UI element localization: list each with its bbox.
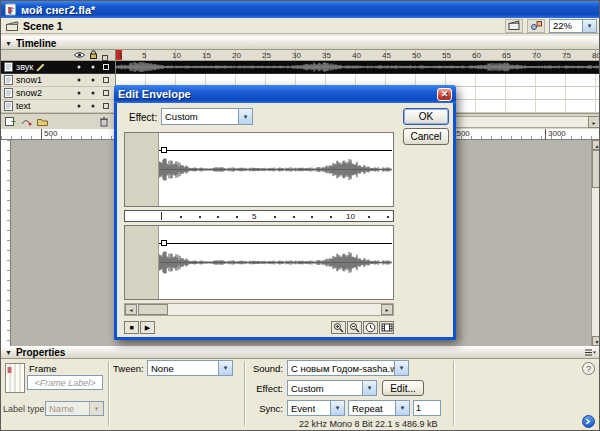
panel-menu-icon[interactable] <box>584 348 597 357</box>
layer-row-text[interactable]: text <box>1 100 115 113</box>
frame-number: 80 <box>592 51 600 60</box>
envelope-channel-left[interactable] <box>124 132 394 207</box>
sound-info-text: 22 kHz Mono 8 Bit 22.1 s 486.9 kB <box>299 419 438 429</box>
close-icon[interactable]: ✕ <box>437 88 452 101</box>
zoom-select[interactable]: 22% ▾ <box>549 19 597 33</box>
layer-outline-swatch[interactable] <box>103 103 109 109</box>
edit-envelope-button[interactable]: Edit... <box>382 380 424 396</box>
frame-number: 35 <box>322 51 331 60</box>
envelope-effect-select[interactable]: Custom ▾ <box>161 108 253 125</box>
effect-label: Effect: <box>245 383 283 394</box>
zoom-out-button[interactable] <box>347 321 362 334</box>
layers-panel: звукsnow1snow2text <box>1 50 116 129</box>
time-label: 10 <box>346 212 355 221</box>
frame-ruler[interactable]: 15101520253035404550556065707580 <box>116 50 600 61</box>
divider <box>108 361 110 426</box>
layer-page-icon <box>4 88 13 98</box>
motion-guide-button[interactable] <box>20 116 32 127</box>
window-titlebar[interactable]: F мой снег2.fla* <box>1 1 600 18</box>
stage-vertical-scrollbar[interactable]: ▴ ▾ <box>591 140 600 346</box>
frame-number: 70 <box>532 51 541 60</box>
effect-select[interactable]: Custom ▾ <box>287 380 377 396</box>
scroll-down-icon[interactable]: ▾ <box>592 336 600 346</box>
layer-outline-swatch[interactable] <box>103 90 109 96</box>
scrollbar-thumb[interactable] <box>592 150 600 188</box>
properties-panel: ▼ Properties Frame Label type: Name ▾ Tw… <box>1 346 600 431</box>
sync-select[interactable]: Event ▾ <box>287 400 345 416</box>
repeat-select[interactable]: Repeat ▾ <box>348 400 410 416</box>
layer-visibility-dot[interactable] <box>78 79 81 82</box>
layer-visibility-dot[interactable] <box>78 66 81 69</box>
add-folder-button[interactable] <box>36 116 49 127</box>
loop-count-input[interactable] <box>413 400 441 416</box>
properties-header[interactable]: ▼ Properties <box>1 346 600 359</box>
collapse-triangle-icon: ▼ <box>5 40 12 47</box>
frame-number: 20 <box>232 51 241 60</box>
waveform <box>159 226 392 299</box>
scene-name[interactable]: Scene 1 <box>23 20 63 32</box>
chevron-down-icon: ▾ <box>394 361 408 375</box>
expand-panel-icon[interactable] <box>582 415 595 428</box>
time-units-button[interactable] <box>363 321 378 334</box>
stop-button[interactable]: ■ <box>124 321 139 334</box>
envelope-channel-right[interactable] <box>124 225 394 300</box>
frame-number: 15 <box>202 51 211 60</box>
edit-envelope-dialog: Edit Envelope ✕ Effect: Custom ▾ OK Canc… <box>114 85 456 340</box>
edit-bar: Scene 1 22% ▾ <box>1 18 600 34</box>
frame-number: 45 <box>382 51 391 60</box>
time-tick <box>161 212 162 220</box>
layer-name: звук <box>16 62 33 72</box>
tween-select[interactable]: None ▾ <box>147 360 233 376</box>
layer-page-icon <box>4 75 13 85</box>
envelope-handle[interactable] <box>161 147 167 153</box>
ruler-label: 500 <box>41 129 57 140</box>
vertical-ruler <box>1 140 11 346</box>
envelope-timebar[interactable]: 510 <box>124 210 394 222</box>
layer-outline-swatch[interactable] <box>103 77 109 83</box>
sound-select[interactable]: С новым Годом-sasha.wav ▾ <box>287 360 409 376</box>
frame-label-input[interactable] <box>27 375 103 390</box>
edit-symbols-button[interactable] <box>527 19 545 33</box>
time-tick <box>274 216 276 218</box>
chevron-down-icon: ▾ <box>238 109 252 124</box>
frame-number: 5 <box>142 51 146 60</box>
layer-lock-dot[interactable] <box>92 79 95 82</box>
layer-row-звук[interactable]: звук <box>1 61 115 74</box>
window-title: мой снег2.fla* <box>21 4 95 16</box>
cancel-button[interactable]: Cancel <box>403 128 449 145</box>
dialog-titlebar[interactable]: Edit Envelope ✕ <box>114 85 456 103</box>
scroll-left-icon[interactable]: ◂ <box>125 304 137 315</box>
frame-units-button[interactable] <box>379 321 394 334</box>
delete-layer-button[interactable] <box>99 116 109 127</box>
time-tick <box>199 216 201 218</box>
layer-row-snow1[interactable]: snow1 <box>1 74 115 87</box>
layer-lock-dot[interactable] <box>92 66 95 69</box>
scroll-right-icon[interactable]: ▸ <box>381 304 393 315</box>
layer-page-icon <box>4 62 13 72</box>
scrollbar-thumb[interactable] <box>138 304 168 315</box>
time-label: 5 <box>252 212 256 221</box>
layer-lock-dot[interactable] <box>92 105 95 108</box>
layer-outline-swatch[interactable] <box>103 64 109 70</box>
label-type-label: Label type: <box>3 404 47 414</box>
play-button[interactable]: ▶ <box>140 321 155 334</box>
layer-lock-dot[interactable] <box>92 92 95 95</box>
frame-row-звук[interactable] <box>116 61 600 74</box>
timeline-title: Timeline <box>16 38 56 49</box>
layer-row-snow2[interactable]: snow2 <box>1 87 115 100</box>
layer-visibility-dot[interactable] <box>78 105 81 108</box>
edit-scene-button[interactable] <box>505 19 523 33</box>
layer-visibility-dot[interactable] <box>78 92 81 95</box>
zoom-in-button[interactable] <box>331 321 346 334</box>
frame-heading: Frame <box>29 363 56 374</box>
envelope-scrollbar[interactable]: ◂ ▸ <box>124 303 394 316</box>
chevron-down-icon: ▾ <box>395 401 409 415</box>
ok-button[interactable]: OK <box>403 108 449 125</box>
timeline-panel-header[interactable]: ▼ Timeline <box>1 36 600 50</box>
scroll-right-icon[interactable]: ▸ <box>588 116 600 128</box>
add-layer-button[interactable] <box>4 116 16 127</box>
scroll-up-icon[interactable]: ▴ <box>592 140 600 150</box>
help-icon[interactable]: ? <box>582 362 595 375</box>
envelope-handle[interactable] <box>161 240 167 246</box>
layer-name: snow2 <box>16 88 42 98</box>
